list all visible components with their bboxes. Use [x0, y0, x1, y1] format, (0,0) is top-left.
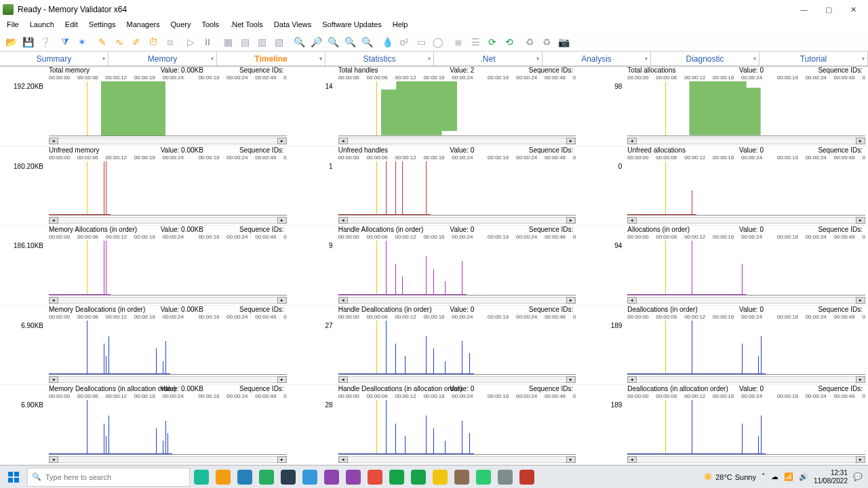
menu-help[interactable]: Help — [387, 19, 414, 33]
close-button[interactable]: ✕ — [841, 2, 865, 17]
brush-icon[interactable]: ∿ — [111, 34, 127, 50]
box-icon[interactable]: ▭ — [413, 34, 429, 50]
wand-icon[interactable]: ✎ — [94, 34, 111, 50]
taskbar-app-13[interactable] — [473, 467, 494, 487]
taskbar-clock[interactable]: 12:3111/08/2022 — [814, 469, 848, 485]
chart-scrollbar[interactable]: ◂▸ — [338, 456, 576, 463]
scroll-left-icon[interactable]: ◂ — [49, 456, 58, 463]
taskbar-app-10[interactable] — [408, 467, 429, 487]
menu-dataviews[interactable]: Data Views — [269, 19, 317, 33]
volume-icon[interactable]: 🔊 — [799, 472, 808, 481]
zoom-icon[interactable]: 🔍 — [291, 34, 307, 50]
menu-query[interactable]: Query — [165, 19, 196, 33]
save-icon[interactable]: 💾 — [20, 34, 36, 50]
tab-summary[interactable]: Summary▾ — [0, 52, 108, 66]
scroll-left-icon[interactable]: ◂ — [49, 138, 58, 144]
taskbar-app-3[interactable] — [256, 467, 277, 487]
scroll-right-icon[interactable]: ▸ — [277, 138, 287, 144]
tab-timeline[interactable]: Timeline▾ — [217, 52, 326, 66]
wifi-icon[interactable]: 📶 — [784, 472, 793, 481]
camera-icon[interactable]: 📷 — [555, 34, 572, 50]
scroll-right-icon[interactable]: ▸ — [566, 456, 576, 463]
zoom-sel-icon[interactable]: 🔍 — [359, 34, 375, 50]
taskbar-app-15[interactable] — [517, 467, 537, 487]
open-icon[interactable]: 📂 — [3, 34, 19, 50]
recycle2-icon[interactable]: ♻ — [538, 34, 555, 50]
scroll-right-icon[interactable]: ▸ — [277, 456, 287, 463]
taskbar-app-8[interactable] — [365, 467, 385, 487]
tray-cloud-icon[interactable]: ☁ — [771, 472, 778, 481]
play-icon[interactable]: ▷ — [182, 34, 199, 50]
menu-edit[interactable]: Edit — [60, 19, 83, 33]
chart-scrollbar[interactable]: ◂▸ — [49, 456, 287, 463]
chart-scrollbar[interactable]: ◂▸ — [338, 297, 576, 304]
taskbar-app-7[interactable] — [343, 467, 363, 487]
timer-icon[interactable]: ⏱ — [145, 34, 161, 50]
chart-scrollbar[interactable]: ◂▸ — [49, 297, 287, 304]
scroll-left-icon[interactable]: ◂ — [627, 376, 637, 383]
menu-file[interactable]: File — [1, 19, 24, 33]
chart-scrollbar[interactable]: ◂▸ — [627, 217, 865, 224]
scroll-right-icon[interactable]: ▸ — [277, 297, 287, 304]
taskbar-app-9[interactable] — [387, 467, 407, 487]
notifications-icon[interactable]: 💬 — [853, 472, 863, 481]
drop2-icon[interactable]: o² — [396, 34, 412, 50]
drop1-icon[interactable]: 💧 — [379, 34, 395, 50]
scroll-left-icon[interactable]: ◂ — [338, 297, 348, 304]
tab-analysis[interactable]: Analysis▾ — [542, 52, 651, 66]
scroll-right-icon[interactable]: ▸ — [566, 376, 576, 383]
grid2-icon[interactable]: ▤ — [237, 34, 253, 50]
zoom-fit-icon[interactable]: 🔍 — [342, 34, 358, 50]
chart-scrollbar[interactable]: ◂▸ — [627, 138, 865, 144]
tab-tutorial[interactable]: Tutorial▾ — [760, 52, 868, 66]
list-icon[interactable]: ☰ — [467, 34, 484, 50]
taskbar-app-12[interactable] — [452, 467, 472, 487]
taskbar-app-4[interactable] — [278, 467, 298, 487]
chart-scrollbar[interactable]: ◂▸ — [49, 217, 287, 224]
weather-widget[interactable]: ☀️ 28°C Sunny — [703, 472, 756, 481]
scroll-left-icon[interactable]: ◂ — [338, 376, 348, 383]
ring-icon[interactable]: ◯ — [430, 34, 446, 50]
scroll-left-icon[interactable]: ◂ — [338, 138, 348, 144]
tab-net[interactable]: .Net▾ — [434, 52, 542, 66]
scroll-left-icon[interactable]: ◂ — [49, 376, 58, 383]
scroll-right-icon[interactable]: ▸ — [856, 217, 865, 224]
taskbar-app-6[interactable] — [321, 467, 342, 487]
taskbar-search[interactable]: 🔍 Type here to search — [27, 468, 190, 487]
scroll-left-icon[interactable]: ◂ — [338, 456, 348, 463]
settings-icon[interactable]: ✶ — [74, 34, 90, 50]
scroll-left-icon[interactable]: ◂ — [627, 297, 637, 304]
chart-scrollbar[interactable]: ◂▸ — [49, 138, 287, 144]
minimize-button[interactable]: — — [792, 2, 816, 17]
menu-tools[interactable]: Tools — [196, 19, 224, 33]
scroll-right-icon[interactable]: ▸ — [277, 217, 287, 224]
taskbar-app-14[interactable] — [495, 467, 515, 487]
chart-scrollbar[interactable]: ◂▸ — [338, 217, 576, 224]
filter-icon[interactable]: ⧩ — [57, 34, 73, 50]
system-tray[interactable]: ☀️ 28°C Sunny ˄ ☁ 📶 🔊 12:3111/08/2022 💬 — [703, 469, 867, 485]
pen-icon[interactable]: ✐ — [128, 34, 144, 50]
tray-chevron-icon[interactable]: ˄ — [762, 472, 766, 481]
maximize-button[interactable]: ▢ — [816, 2, 841, 17]
zoom-in-icon[interactable]: 🔎 — [308, 34, 324, 50]
menu-nettools[interactable]: .Net Tools — [224, 19, 269, 33]
refresh2-icon[interactable]: ⟲ — [501, 34, 517, 50]
scroll-right-icon[interactable]: ▸ — [856, 138, 865, 144]
grid1-icon[interactable]: ▦ — [220, 34, 236, 50]
menu-softwareupdates[interactable]: Software Updates — [317, 19, 387, 33]
menu-managers[interactable]: Managers — [121, 19, 165, 33]
scroll-right-icon[interactable]: ▸ — [856, 376, 865, 383]
scroll-left-icon[interactable]: ◂ — [627, 138, 637, 144]
chart-scrollbar[interactable]: ◂▸ — [627, 456, 865, 463]
chart-scrollbar[interactable]: ◂▸ — [338, 376, 576, 383]
scroll-left-icon[interactable]: ◂ — [338, 217, 348, 224]
scroll-right-icon[interactable]: ▸ — [856, 297, 865, 304]
scroll-right-icon[interactable]: ▸ — [566, 138, 576, 144]
zoom-out-icon[interactable]: 🔍 — [325, 34, 341, 50]
refresh-icon[interactable]: ⟳ — [484, 34, 500, 50]
stop-icon[interactable]: ⦻ — [162, 34, 178, 50]
grid3-icon[interactable]: ▥ — [254, 34, 270, 50]
menu-launch[interactable]: Launch — [24, 19, 60, 33]
taskbar-app-5[interactable] — [300, 467, 320, 487]
chart-scrollbar[interactable]: ◂▸ — [49, 376, 287, 383]
